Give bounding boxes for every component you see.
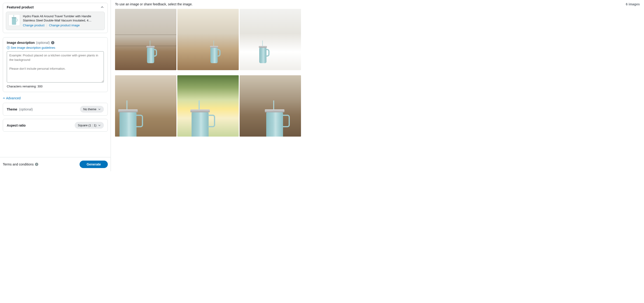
advanced-toggle[interactable]: Advanced xyxy=(3,96,20,100)
generated-image-3[interactable] xyxy=(240,9,301,70)
generated-image-5[interactable] xyxy=(177,75,239,137)
optional-label: (optional) xyxy=(36,41,50,44)
info-icon[interactable]: i xyxy=(51,41,54,44)
selected-product-box: Hydro Flask All Around Travel Tumbler wi… xyxy=(6,12,105,30)
instruction-text: To use an image or share feedback, selec… xyxy=(115,2,192,6)
image-description-card: Image description (optional) i ? See ima… xyxy=(3,37,108,92)
terms-link[interactable]: Terms and conditions xyxy=(3,162,34,166)
left-scroll-area: Featured product Hydro Flask All Around xyxy=(0,3,110,157)
change-product-image-link[interactable]: Change product image xyxy=(49,23,80,27)
guidelines-link[interactable]: ? See image description guidelines xyxy=(7,46,55,49)
link-separator: | xyxy=(46,23,47,27)
aspect-ratio-setting: Aspect ratio Square (1 : 1) xyxy=(3,119,108,132)
left-footer: Terms and conditions i Generate xyxy=(0,157,110,171)
image-description-input[interactable] xyxy=(7,51,104,82)
chevron-down-icon xyxy=(98,108,100,110)
question-icon: ? xyxy=(7,46,10,49)
aspect-ratio-label: Aspect ratio xyxy=(7,124,26,127)
theme-value: No theme xyxy=(83,107,96,111)
info-icon[interactable]: i xyxy=(35,163,38,166)
product-title-text: Hydro Flask All Around Travel Tumbler wi… xyxy=(23,14,102,22)
guidelines-link-text: See image description guidelines xyxy=(11,46,55,49)
generated-image-6[interactable] xyxy=(240,75,301,137)
change-product-link[interactable]: Change product xyxy=(23,23,44,27)
generated-image-4[interactable] xyxy=(115,75,176,137)
image-grid xyxy=(115,9,640,137)
characters-remaining: Characters remaining: 300 xyxy=(7,85,104,88)
featured-product-header[interactable]: Featured product xyxy=(3,3,108,12)
right-panel: To use an image or share feedback, selec… xyxy=(111,0,644,171)
theme-select[interactable]: No theme xyxy=(80,106,104,113)
featured-product-title: Featured product xyxy=(7,5,34,9)
generate-button[interactable]: Generate xyxy=(80,161,108,168)
image-count: 6 images xyxy=(626,2,640,6)
theme-label: Theme xyxy=(7,107,17,111)
theme-setting: Theme (optional) No theme xyxy=(3,103,108,116)
tumbler-icon xyxy=(11,15,18,25)
product-info: Hydro Flask All Around Travel Tumbler wi… xyxy=(23,14,102,27)
generated-image-2[interactable] xyxy=(177,9,239,70)
chevron-up-icon xyxy=(100,5,104,9)
aspect-ratio-select[interactable]: Square (1 : 1) xyxy=(75,122,104,129)
advanced-label: Advanced xyxy=(6,96,20,100)
chevron-up-icon xyxy=(3,97,5,99)
featured-product-card: Featured product Hydro Flask All Around xyxy=(3,3,108,33)
aspect-ratio-value: Square (1 : 1) xyxy=(78,124,96,127)
theme-optional: (optional) xyxy=(19,107,33,111)
left-panel: Featured product Hydro Flask All Around xyxy=(0,0,111,171)
product-thumbnail xyxy=(8,14,20,26)
chevron-down-icon xyxy=(98,124,100,127)
image-description-label: Image description xyxy=(7,41,35,44)
generated-image-1[interactable] xyxy=(115,9,176,70)
